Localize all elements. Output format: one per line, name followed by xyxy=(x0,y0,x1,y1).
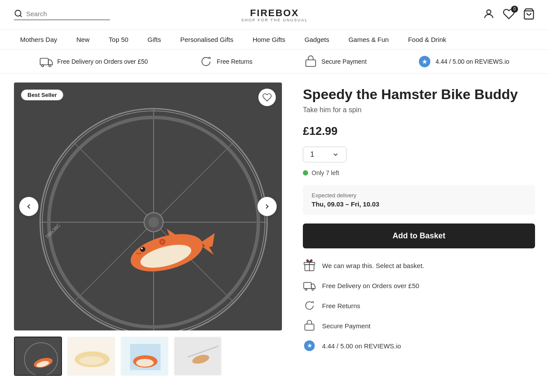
quantity-selector[interactable]: 1 xyxy=(303,147,535,162)
main-nav: Mothers DayNewTop 50GiftsPersonalised Gi… xyxy=(0,30,549,50)
chevron-left-icon xyxy=(25,203,33,210)
star-rating-icon: ★ xyxy=(418,55,431,68)
account-icon xyxy=(483,8,495,20)
trust-payment-text: Secure Payment xyxy=(322,58,367,65)
feature-reviews-text: 4.44 / 5.00 on REVIEWS.io xyxy=(322,342,401,350)
stock-dot xyxy=(303,170,308,175)
product-main-image: 700x38C xyxy=(14,83,282,330)
trust-delivery: Free Delivery on Orders over £50 xyxy=(40,55,148,68)
thumbnail-strip xyxy=(14,337,282,376)
gallery-next-button[interactable] xyxy=(257,197,277,216)
feature-wrap-text: We can wrap this. Select at basket. xyxy=(322,262,424,269)
header-icons: 0 xyxy=(483,8,535,22)
thumbnail-4[interactable] xyxy=(174,337,222,376)
svg-rect-47 xyxy=(305,324,314,330)
thumbnail-2[interactable] xyxy=(67,337,115,376)
nav-item-gifts[interactable]: Gifts xyxy=(138,30,171,49)
returns-icon xyxy=(199,55,213,68)
chevron-down-icon xyxy=(332,151,339,158)
quantity-value: 1 xyxy=(310,151,314,158)
nav-item-gadgets[interactable]: Gadgets xyxy=(295,30,339,49)
thumbnail-1[interactable] xyxy=(14,337,62,376)
product-price: £12.99 xyxy=(303,124,535,138)
truck-icon xyxy=(303,279,316,292)
svg-line-1 xyxy=(20,15,22,17)
nav-item-games-&-fun[interactable]: Games & Fun xyxy=(339,30,398,49)
return-arrow-icon xyxy=(303,299,316,312)
svg-rect-4 xyxy=(40,58,48,65)
svg-point-46 xyxy=(312,289,314,290)
feature-delivery-text: Free Delivery on Orders over £50 xyxy=(322,282,419,289)
delivery-truck-icon xyxy=(40,55,53,68)
trust-reviews-text: 4.44 / 5.00 on REVIEWS.io xyxy=(436,58,509,65)
svg-text:★: ★ xyxy=(307,343,312,349)
nav-item-mothers-day[interactable]: Mothers Day xyxy=(10,30,67,49)
trust-returns-text: Free Returns xyxy=(217,58,253,65)
search-bar[interactable] xyxy=(14,9,110,20)
feature-returns-text: Free Returns xyxy=(322,302,360,309)
svg-point-24 xyxy=(140,247,145,252)
svg-point-34 xyxy=(79,356,104,365)
svg-rect-7 xyxy=(305,60,316,66)
quantity-dropdown[interactable]: 1 xyxy=(303,147,347,162)
main-image-container: Best Seller xyxy=(14,83,282,330)
svg-text:★: ★ xyxy=(422,58,427,65)
svg-point-45 xyxy=(305,289,307,290)
basket-icon-btn[interactable] xyxy=(523,8,535,22)
secure-payment-icon xyxy=(304,55,317,68)
svg-point-27 xyxy=(161,240,164,244)
wishlist-icon-btn[interactable]: 0 xyxy=(503,8,515,22)
trust-delivery-text: Free Delivery on Orders over £50 xyxy=(57,58,148,65)
thumbnail-3[interactable] xyxy=(120,337,168,376)
product-section: Best Seller xyxy=(0,74,549,385)
feature-reviews: ★ 4.44 / 5.00 on REVIEWS.io xyxy=(303,339,535,352)
feature-wrap: We can wrap this. Select at basket. xyxy=(303,259,535,272)
basket-icon xyxy=(523,8,535,20)
feature-secure-payment: Secure Payment xyxy=(303,319,535,332)
trust-payment: Secure Payment xyxy=(304,55,367,68)
nav-item-new[interactable]: New xyxy=(67,30,99,49)
delivery-date: Thu, 09.03 – Fri, 10.03 xyxy=(312,200,526,208)
delivery-info: Expected delivery Thu, 09.03 – Fri, 10.0… xyxy=(303,185,535,215)
search-icon xyxy=(14,9,23,18)
search-input[interactable] xyxy=(26,10,105,17)
wishlist-button[interactable] xyxy=(258,89,276,106)
nav-item-home-gifts[interactable]: Home Gifts xyxy=(243,30,295,49)
account-icon-btn[interactable] xyxy=(483,8,495,22)
feature-returns: Free Returns xyxy=(303,299,535,312)
best-seller-badge: Best Seller xyxy=(21,89,63,100)
wishlist-count: 0 xyxy=(511,6,518,13)
nav-item-personalised-gifts[interactable]: Personalised Gifts xyxy=(171,30,243,49)
product-subtitle: Take him for a spin xyxy=(303,106,535,114)
delivery-label: Expected delivery xyxy=(312,192,526,199)
gift-wrap-icon xyxy=(303,259,316,272)
nav-item-top-50[interactable]: Top 50 xyxy=(99,30,138,49)
trust-returns: Free Returns xyxy=(199,55,253,68)
svg-point-38 xyxy=(136,359,154,367)
svg-point-6 xyxy=(49,65,51,67)
nav-item-food-&-drink[interactable]: Food & Drink xyxy=(398,30,456,49)
stock-indicator: Only 7 left xyxy=(303,169,535,176)
feature-delivery: Free Delivery on Orders over £50 xyxy=(303,279,535,292)
svg-point-5 xyxy=(41,65,44,67)
lock-icon xyxy=(303,319,316,332)
product-info: Speedy the Hamster Bike Buddy Take him f… xyxy=(303,83,535,376)
product-features: We can wrap this. Select at basket. Free… xyxy=(303,259,535,352)
svg-point-0 xyxy=(15,10,21,16)
svg-point-21 xyxy=(148,217,159,227)
product-title: Speedy the Hamster Bike Buddy xyxy=(303,86,535,103)
reviews-star-icon: ★ xyxy=(303,339,316,352)
product-gallery: Best Seller xyxy=(14,83,282,376)
gallery-prev-button[interactable] xyxy=(19,197,38,216)
header: FIREBOX SHOP FOR THE UNUSUAL 0 xyxy=(0,0,549,30)
feature-secure-text: Secure Payment xyxy=(322,322,371,330)
trust-reviews: ★ 4.44 / 5.00 on REVIEWS.io xyxy=(418,55,509,68)
logo[interactable]: FIREBOX SHOP FOR THE UNUSUAL xyxy=(241,7,308,22)
svg-rect-44 xyxy=(304,282,312,289)
svg-point-25 xyxy=(141,248,143,249)
stock-text: Only 7 left xyxy=(312,169,339,176)
add-to-basket-button[interactable]: Add to Basket xyxy=(303,224,535,248)
heart-outline-icon xyxy=(262,93,272,102)
svg-point-2 xyxy=(487,10,491,14)
chevron-right-icon xyxy=(263,203,271,210)
